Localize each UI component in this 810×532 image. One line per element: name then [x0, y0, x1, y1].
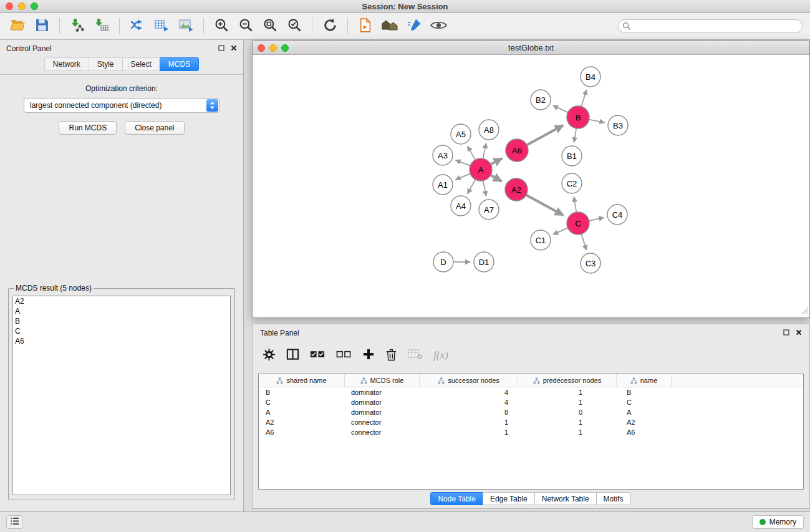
column-header-predecessor-nodes[interactable]: predecessor nodes — [518, 374, 617, 387]
import-network-button[interactable] — [66, 15, 89, 37]
graph-node-label: A6 — [512, 146, 522, 155]
graph-edge-A-A6[interactable] — [491, 158, 502, 165]
select-all-button[interactable] — [310, 349, 325, 362]
graph-edge-A-A3[interactable] — [456, 160, 471, 166]
memory-button[interactable]: Memory — [752, 515, 804, 529]
mcds-result-list[interactable]: A2ABCA6 — [12, 296, 231, 495]
table-row[interactable]: A6connector11A6 — [259, 427, 803, 437]
close-panel-button[interactable] — [231, 44, 237, 53]
graph-edge-C-C3[interactable] — [581, 234, 586, 250]
network-close-button[interactable] — [258, 44, 265, 52]
brush-icon — [407, 17, 422, 36]
control-panel: Control Panel NetworkStyleSelectMCDS Opt… — [0, 40, 244, 511]
snapshot-button[interactable] — [354, 15, 377, 37]
graph-edge-A-A8[interactable] — [483, 143, 486, 159]
close-table-panel-button[interactable] — [796, 329, 802, 337]
graph-edge-A-A5[interactable] — [468, 146, 475, 160]
network-minimize-button[interactable] — [269, 44, 277, 52]
export-table-button[interactable] — [150, 15, 173, 37]
save-session-button[interactable] — [31, 15, 53, 37]
columns-icon — [286, 348, 299, 363]
apply-layout-button[interactable] — [319, 15, 341, 37]
deselect-all-button[interactable] — [336, 349, 352, 362]
houses-icon — [381, 18, 398, 34]
control-panel-title: Control Panel — [6, 44, 52, 53]
result-item[interactable]: B — [13, 316, 230, 326]
tab-style[interactable]: Style — [89, 57, 122, 71]
search-input[interactable] — [618, 19, 803, 33]
eye-icon — [430, 19, 447, 34]
export-image-button[interactable] — [175, 15, 197, 37]
zoom-out-button[interactable] — [234, 15, 257, 37]
graph-edge-A-A1[interactable] — [455, 174, 470, 180]
neighbors-button[interactable] — [378, 15, 401, 37]
graph-edge-B-B4[interactable] — [581, 90, 586, 107]
table-row[interactable]: Adominator80A — [259, 407, 803, 417]
graph-edge-A6-B[interactable] — [527, 125, 563, 145]
graph-edge-C-C2[interactable] — [574, 197, 576, 212]
column-layout-button[interactable] — [286, 348, 299, 363]
table-settings-button[interactable] — [263, 348, 276, 364]
zoom-fit-button[interactable] — [259, 15, 281, 37]
close-button[interactable] — [6, 2, 13, 10]
delete-table-button[interactable] — [408, 349, 423, 362]
tab-motifs[interactable]: Motifs — [596, 492, 631, 505]
function-builder-button[interactable]: f(x) — [433, 349, 448, 362]
table-row[interactable]: Bdominator41B — [259, 387, 803, 397]
graph-edge-B-B2[interactable] — [553, 105, 568, 112]
task-history-button[interactable] — [6, 515, 23, 529]
zoom-selected-button[interactable] — [283, 15, 306, 37]
column-header-shared-name[interactable]: shared name — [259, 374, 345, 387]
zoom-window-button[interactable] — [31, 2, 38, 10]
export-network-button[interactable] — [126, 15, 148, 37]
tab-node-table[interactable]: Node Table — [430, 492, 483, 505]
status-bar: Memory — [0, 511, 810, 532]
resize-grip[interactable] — [801, 306, 809, 317]
style-tools-button[interactable] — [403, 15, 425, 37]
result-item[interactable]: C — [13, 326, 230, 336]
network-zoom-button[interactable] — [281, 44, 289, 52]
graph-edge-B-B3[interactable] — [589, 120, 605, 123]
network-canvas[interactable]: B4B2BB3A8A5A6A3B1AC2A1A2A4A7C4CC1C3DD1 — [253, 55, 809, 317]
search-field — [618, 19, 803, 33]
column-header-successor-nodes[interactable]: successor nodes — [420, 374, 518, 387]
result-item[interactable]: A2 — [13, 296, 230, 306]
graph-edge-A-A7[interactable] — [483, 181, 486, 196]
tab-network[interactable]: Network — [44, 57, 89, 71]
table-panel-header: Table Panel — [253, 324, 809, 342]
graph-edge-C-C1[interactable] — [553, 228, 568, 235]
table-tabs: Node TableEdge TableNetwork TableMotifs — [253, 492, 809, 505]
table-row[interactable]: A2connector11A2 — [259, 417, 803, 427]
show-hide-button[interactable] — [427, 15, 450, 37]
graph-edge-C-C4[interactable] — [589, 218, 604, 221]
table-cell: A — [259, 407, 345, 417]
criterion-dropdown[interactable]: largest connected component (directed) — [24, 98, 219, 113]
run-mcds-button[interactable]: Run MCDS — [59, 121, 117, 135]
result-item[interactable]: A6 — [13, 336, 230, 346]
graph-edge-A-A4[interactable] — [468, 180, 476, 194]
zoom-in-button[interactable] — [210, 15, 233, 37]
tab-edge-table[interactable]: Edge Table — [483, 492, 535, 505]
tab-mcds[interactable]: MCDS — [160, 57, 199, 71]
app-title: Session: New Session — [362, 2, 448, 11]
table-row[interactable]: Cdominator41C — [259, 397, 803, 407]
import-table-button[interactable] — [90, 15, 113, 37]
export-network-icon — [129, 17, 145, 35]
graph-edge-A-A2[interactable] — [491, 175, 502, 181]
graph-node-label: C4 — [612, 210, 623, 220]
add-column-button[interactable] — [362, 348, 375, 363]
column-header-name[interactable]: name — [617, 374, 672, 387]
column-header-MCDS-role[interactable]: MCDS role — [345, 374, 420, 387]
close-panel-button2[interactable]: Close panel — [125, 121, 184, 135]
table-cell: 1 — [518, 417, 617, 427]
delete-column-button[interactable] — [385, 348, 397, 364]
minimize-button[interactable] — [18, 2, 26, 10]
float-table-panel-button[interactable] — [783, 329, 789, 337]
result-item[interactable]: A — [13, 306, 230, 316]
tab-network-table[interactable]: Network Table — [534, 492, 597, 505]
float-panel-button[interactable] — [218, 44, 224, 53]
tab-select[interactable]: Select — [122, 57, 160, 71]
graph-edge-B-B1[interactable] — [574, 128, 577, 143]
open-session-button[interactable] — [6, 15, 29, 37]
graph-edge-A2-C[interactable] — [526, 195, 563, 215]
